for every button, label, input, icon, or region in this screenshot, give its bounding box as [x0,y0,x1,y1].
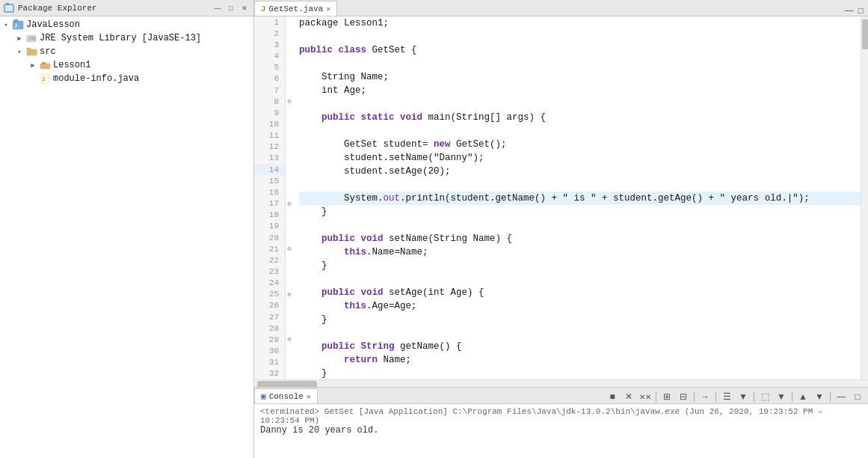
console-maximize-btn[interactable]: □ [850,390,865,403]
package-explorer-title: Package Explorer [18,4,209,13]
console-tab-label: Console [269,392,304,401]
console-dropdown-btn[interactable]: ▼ [736,390,751,403]
console-new-dropdown-btn[interactable]: ▼ [774,390,789,403]
code-line-8: public static void main(String[] args) { [299,111,861,124]
tree-label-jre: JRE System Library [JavaSE-13] [40,33,201,43]
java-tab-icon: J [261,4,266,13]
code-line-24 [299,326,861,340]
line-number-24: 24 [254,278,285,289]
fold-mark-19 [286,221,293,232]
code-line-21: public void setAge(int Age) { [299,286,861,299]
console-clear-btn[interactable]: ✕ [621,390,636,403]
code-content[interactable]: package Lesson1; public class GetSet { S… [293,16,861,379]
fold-mark-15 [286,175,293,186]
panel-header-controls: — □ ✕ [212,2,250,14]
console-tab[interactable]: ▣ Console ✕ [254,388,318,403]
editor-hscroll[interactable] [254,379,868,387]
fold-mark-29[interactable]: ⊖ [286,334,293,345]
console-menu-btn[interactable]: ☰ [719,390,734,403]
console-minimize-btn[interactable]: — [834,390,849,403]
getset-tab-close[interactable]: ✕ [326,4,330,13]
src-folder-icon [25,46,37,58]
console-copy-btn[interactable]: ⊞ [659,390,674,403]
tree-arrow-javaLesson: ▾ [1,20,10,29]
tree-item-src[interactable]: ▾ src [0,45,253,58]
fold-mark-16 [286,186,293,198]
svg-rect-3 [14,19,18,22]
bottom-panel: ▣ Console ✕ ■ ✕ ✕✕ ⊞ ⊟ → ☰ ▼ [254,387,868,458]
tree-arrow-lesson1: ▶ [28,61,37,70]
fold-mark-10 [286,118,293,129]
editor-minimize-btn[interactable]: — [843,5,855,16]
code-line-12: student.setAge(20); [299,165,861,178]
fold-mark-7 [286,85,293,96]
maximize-panel-btn[interactable]: □ [225,2,237,14]
fold-mark-22 [286,254,293,266]
line-number-15: 15 [254,175,285,186]
svg-rect-1 [6,3,9,5]
java-file-icon: J [39,73,51,85]
svg-rect-8 [42,62,46,64]
tree-item-jre[interactable]: ▶ JRE JRE System Library [JavaSE-13] [0,31,253,45]
close-panel-btn[interactable]: ✕ [238,2,250,14]
line-number-17: 17 [254,198,285,210]
line-number-27: 27 [254,311,285,323]
fold-mark-25[interactable]: ⊖ [286,289,293,300]
console-content: <terminated> GetSet [Java Application] C… [254,404,868,458]
fold-mark-31 [286,357,293,368]
line-number-23: 23 [254,266,285,277]
console-stop-btn[interactable]: ■ [605,390,620,403]
code-line-13 [299,178,861,192]
getset-tab[interactable]: J GetSet.java ✕ [254,1,337,16]
tree-item-lesson1[interactable]: ▶ Lesson1 [0,58,253,72]
console-new-btn[interactable]: ⬚ [757,390,772,403]
fold-mark-28 [286,323,293,334]
line-number-14: 14 [254,164,285,175]
code-line-26: return Name; [299,353,861,367]
svg-rect-0 [4,4,13,12]
left-panel: Package Explorer — □ ✕ ▾ J JavaLesson [0,0,254,458]
fold-mark-11 [286,130,293,141]
separator-5 [792,391,792,402]
console-tab-close[interactable]: ✕ [307,392,311,401]
vscroll-thumb[interactable] [862,19,868,49]
separator-2 [694,391,695,402]
code-line-19: } [299,259,861,272]
fold-mark-8[interactable]: ⊖ [286,96,293,107]
console-toolbar: ■ ✕ ✕✕ ⊞ ⊟ → ☰ ▼ ⬚ ▼ ▲ ▼ [605,390,868,403]
console-down-btn[interactable]: ▼ [812,390,827,403]
console-paste-btn[interactable]: ⊟ [676,390,691,403]
fold-mark-17[interactable]: ⊖ [286,198,293,210]
code-line-15: } [299,205,861,219]
separator-6 [830,391,831,402]
hscroll-thumb[interactable] [257,381,317,387]
code-line-27: } [299,367,861,379]
console-up-btn[interactable]: ▲ [795,390,810,403]
file-tree: ▾ J JavaLesson ▶ JRE [0,16,253,458]
code-line-17: public void setName(String Name) { [299,232,861,245]
console-tabs: ▣ Console ✕ ■ ✕ ✕✕ ⊞ ⊟ → ☰ ▼ [254,388,868,404]
console-scroll-btn[interactable]: → [698,390,712,403]
code-line-1: package Lesson1; [299,16,861,30]
editor-inner: 1234567891011121314151617181920212223242… [254,16,868,387]
code-line-11: student.setName("Danny"); [299,151,861,165]
code-line-2 [299,30,861,43]
tree-item-moduleinfo[interactable]: ▶ J module-info.java [0,72,253,85]
editor-vscroll[interactable] [861,16,868,379]
line-number-19: 19 [254,221,285,232]
console-clearall-btn[interactable]: ✕✕ [638,390,653,403]
minimize-panel-btn[interactable]: — [212,2,224,14]
tree-item-javaLesson[interactable]: ▾ J JavaLesson [0,18,253,31]
fold-mark-20 [286,232,293,243]
line-number-13: 13 [254,153,285,164]
code-line-18: this.Name=Name; [299,245,861,259]
line-number-4: 4 [254,50,285,61]
line-number-11: 11 [254,130,285,141]
fold-mark-12 [286,141,293,153]
line-number-30: 30 [254,346,285,357]
tree-label-javaLesson: JavaLesson [26,19,80,30]
code-line-4 [299,57,861,70]
fold-mark-21[interactable]: ⊖ [286,243,293,254]
editor-maximize-btn[interactable]: □ [857,5,865,16]
tree-label-lesson1: Lesson1 [53,60,90,70]
